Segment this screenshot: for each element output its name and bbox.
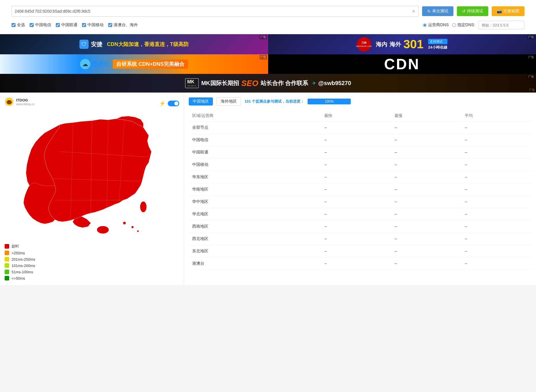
progress-bar: 100% xyxy=(308,99,351,104)
cell-region: 港澳台 xyxy=(189,258,321,270)
legend-color-51ms xyxy=(5,270,9,274)
cell-region: 西北地区 xyxy=(189,233,321,245)
table-row[interactable]: 港澳台 -- -- -- xyxy=(189,258,531,270)
legend-item-50ms: <=50ms xyxy=(5,276,179,280)
isp-dns-radio[interactable]: 运营商DNS xyxy=(423,22,449,28)
checkbox-hk-overseas[interactable]: 港澳台、海外 xyxy=(108,22,138,28)
cell-region: 中国联通 xyxy=(189,146,321,159)
cell-slowest: -- xyxy=(391,159,461,171)
progress-bar-fill: 100% xyxy=(308,99,351,104)
main-content: ITDOG www.itdog.cn ⚡ xyxy=(0,93,536,285)
table-row[interactable]: 华北地区 -- -- -- xyxy=(189,208,531,220)
legend-item-timeout: 超时 xyxy=(5,244,179,249)
ad-tag-4: 广告 xyxy=(527,55,535,59)
logo-title: ITDOG xyxy=(16,98,35,102)
cell-fastest: -- xyxy=(321,220,391,233)
screenshot-button[interactable]: 📷 完整截图 xyxy=(492,6,524,16)
results-panel: 中国地区 海外地区 101 个监测点参与测试，当前进度： 100% 区域/运营商… xyxy=(184,93,536,285)
dns-group: 运营商DNS 指定DNS: xyxy=(423,21,524,29)
cell-avg: -- xyxy=(461,233,531,245)
dns-input[interactable] xyxy=(478,21,524,29)
cell-slowest: -- xyxy=(391,258,461,270)
cell-slowest: -- xyxy=(391,245,461,258)
ad-row-1: 🛡 安捷 CDN大陆加速，香港直连，T级高防 广告 万和 wanhecdn.co… xyxy=(0,34,536,54)
search-input[interactable] xyxy=(15,9,412,14)
cell-slowest: -- xyxy=(391,171,461,183)
custom-dns-radio[interactable]: 指定DNS: xyxy=(452,22,475,28)
header-fastest: 最快 xyxy=(321,110,391,122)
cell-avg: -- xyxy=(461,196,531,208)
cell-fastest: -- xyxy=(321,159,391,171)
cell-slowest: -- xyxy=(391,146,461,159)
legend-item-201-250ms: 201ms-250ms xyxy=(5,257,179,262)
logo-subtitle: www.itdog.cn xyxy=(16,102,35,106)
itdog-logo: ITDOG www.itdog.cn xyxy=(5,97,35,106)
ad-tag-6: 广告 xyxy=(529,88,535,92)
svg-point-14 xyxy=(97,226,108,233)
tab-overseas[interactable]: 海外地区 xyxy=(216,97,241,106)
table-row[interactable]: 中国联通 -- -- -- xyxy=(189,146,531,159)
cell-slowest: -- xyxy=(391,134,461,146)
ad-cdn[interactable]: CDN 广告 xyxy=(268,54,536,74)
cell-avg: -- xyxy=(461,122,531,134)
ad-tag-1: 广告 xyxy=(260,35,267,39)
svg-point-17 xyxy=(137,230,139,232)
cell-slowest: -- xyxy=(391,208,461,220)
map-panel: ITDOG www.itdog.cn ⚡ xyxy=(0,93,184,285)
ad-jixingyun[interactable]: ☁ 极星云 自研系统 CDN+DNS完美融合 广告 xyxy=(0,54,268,74)
results-tabs: 中国地区 海外地区 101 个监测点参与测试，当前进度： 100% xyxy=(189,97,531,106)
cell-fastest: -- xyxy=(321,171,391,183)
checkbox-select-all[interactable]: 全选 xyxy=(12,22,25,28)
cell-fastest: -- xyxy=(321,146,391,159)
cell-avg: -- xyxy=(461,220,531,233)
legend-color-101ms xyxy=(5,263,9,268)
checkbox-group: 全选 中国电信 中国联通 中国移动 港澳台、海外 xyxy=(12,22,138,28)
table-row[interactable]: 华南地区 -- -- -- xyxy=(189,183,531,196)
cell-avg: -- xyxy=(461,208,531,220)
thunder-icon: ⚡ xyxy=(159,100,165,107)
cell-avg: -- xyxy=(461,258,531,270)
continuous-test-button[interactable]: ↺ 持续测试 xyxy=(457,6,488,16)
legend-item-250ms: >250ms xyxy=(5,251,179,255)
cell-avg: -- xyxy=(461,183,531,196)
table-row[interactable]: 西北地区 -- -- -- xyxy=(189,233,531,245)
table-body: 全部节点 -- -- -- 中国电信 -- -- -- 中国联通 -- -- -… xyxy=(189,122,531,270)
cell-avg: -- xyxy=(461,134,531,146)
ad-mksports[interactable]: MK SPORTS MK国际长期招 SEO 站长合作 合作联系 ✈ @swb95… xyxy=(0,74,536,93)
single-test-button[interactable]: ↻ 单次测试 xyxy=(422,6,453,16)
cell-slowest: -- xyxy=(391,183,461,196)
header-avg: 平均 xyxy=(461,110,531,122)
cell-avg: -- xyxy=(461,146,531,159)
table-row[interactable]: 华中地区 -- -- -- xyxy=(189,196,531,208)
ad-anjie[interactable]: 🛡 安捷 CDN大陆加速，香港直连，T级高防 广告 xyxy=(0,34,268,54)
legend-item-51-100ms: 51ms-100ms xyxy=(5,270,179,274)
tab-china[interactable]: 中国地区 xyxy=(189,97,213,105)
svg-point-16 xyxy=(131,226,133,228)
loop-icon: ↺ xyxy=(462,9,466,14)
table-row[interactable]: 中国移动 -- -- -- xyxy=(189,159,531,171)
checkbox-unicom[interactable]: 中国联通 xyxy=(56,22,77,28)
cell-slowest: -- xyxy=(391,233,461,245)
toggle-switch[interactable] xyxy=(168,101,179,106)
legend-color-250ms xyxy=(5,251,9,255)
table-row[interactable]: 东北地区 -- -- -- xyxy=(189,245,531,258)
checkbox-telecom[interactable]: 中国电信 xyxy=(30,22,51,28)
map-controls: ⚡ xyxy=(159,100,179,107)
ad-wanhe[interactable]: 万和 wanhecdn.com 海内 海外 301 支持测试 24小時在線 广告 xyxy=(268,34,536,54)
table-row[interactable]: 华东地区 -- -- -- xyxy=(189,171,531,183)
table-row[interactable]: 西南地区 -- -- -- xyxy=(189,220,531,233)
cell-region: 西南地区 xyxy=(189,220,321,233)
table-row[interactable]: 中国电信 -- -- -- xyxy=(189,134,531,146)
cell-fastest: -- xyxy=(321,245,391,258)
svg-point-1 xyxy=(7,100,12,104)
search-row: ✕ ↻ 单次测试 ↺ 持续测试 📷 完整截图 xyxy=(12,6,524,17)
clear-button[interactable]: ✕ xyxy=(412,9,415,14)
table-row[interactable]: 全部节点 -- -- -- xyxy=(189,122,531,134)
cell-slowest: -- xyxy=(391,196,461,208)
cell-avg: -- xyxy=(461,245,531,258)
search-input-wrap: ✕ xyxy=(12,6,419,17)
cell-region: 华南地区 xyxy=(189,183,321,196)
options-row: 全选 中国电信 中国联通 中国移动 港澳台、海外 运营商DNS xyxy=(12,21,524,29)
cell-region: 中国电信 xyxy=(189,134,321,146)
checkbox-mobile[interactable]: 中国移动 xyxy=(82,22,104,28)
